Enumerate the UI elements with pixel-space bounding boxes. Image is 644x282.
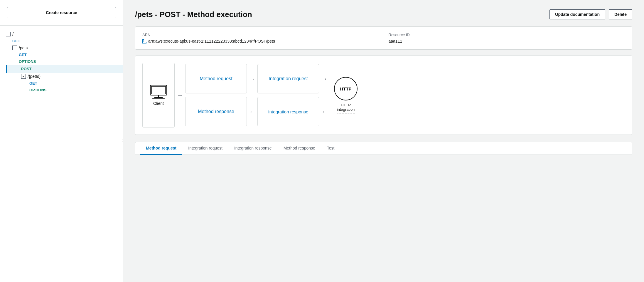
tree-root-label: /	[12, 31, 14, 36]
svg-rect-4	[153, 98, 164, 99]
flow-left-col: Method request Method response	[185, 64, 247, 126]
arrow-method-request-to-integration-request: →	[247, 64, 257, 93]
tree-item-pets-options[interactable]: OPTIONS	[6, 58, 123, 65]
tree-petid-label: /{petId}	[28, 74, 41, 79]
sidebar: Create resource − / GET − /pets GET OPTI…	[0, 0, 123, 282]
sidebar-divider	[0, 25, 123, 26]
tree-item-pets[interactable]: − /pets	[6, 44, 123, 51]
page-header: /pets - POST - Method execution Update d…	[135, 9, 632, 19]
header-buttons: Update documentation Delete	[549, 9, 632, 19]
copy-arn-icon[interactable]	[142, 39, 146, 43]
flow-http-box: HTTP HTTP integration	[330, 63, 362, 127]
arn-value: arn:aws:execute-api:us-east-1:1111222233…	[142, 39, 379, 43]
arrow-http-to-integration-response: ←	[319, 97, 330, 126]
arrows-mid-right: → ←	[319, 64, 330, 126]
resource-tree: − / GET − /pets GET OPTIONS POST − /{pet…	[0, 30, 123, 282]
flow-diagram: Client → Method request Method response …	[142, 63, 625, 127]
flow-method-request-box[interactable]: Method request	[185, 64, 247, 93]
arrows-mid-left: → ←	[247, 64, 257, 126]
integration-response-link[interactable]: Integration response	[268, 109, 308, 114]
arn-text: arn:aws:execute-api:us-east-1:1111222233…	[148, 39, 275, 43]
http-label: HTTP	[340, 86, 351, 91]
toggle-root[interactable]: −	[6, 32, 11, 36]
arn-section: ARN arn:aws:execute-api:us-east-1:111122…	[142, 33, 379, 43]
arrow-client-to-method-request: →	[175, 92, 185, 99]
method-response-link[interactable]: Method response	[198, 109, 234, 114]
page-title: /pets - POST - Method execution	[135, 10, 252, 19]
flow-method-response-box[interactable]: Method response	[185, 97, 247, 126]
tree-pets-label: /pets	[19, 46, 28, 50]
arrow-integration-response-to-method-response: ←	[247, 97, 257, 126]
delete-button[interactable]: Delete	[609, 9, 632, 19]
method-request-link[interactable]: Method request	[200, 76, 232, 81]
http-integration-label: HTTP integration	[334, 103, 357, 112]
integration-request-link[interactable]: Integration request	[269, 76, 308, 81]
main-content: /pets - POST - Method execution Update d…	[123, 0, 644, 282]
resize-handle[interactable]	[121, 0, 123, 282]
resource-id-label: Resource ID	[389, 33, 625, 37]
resource-id-section: Resource ID aaa111	[379, 33, 625, 43]
tree-item-petid-options[interactable]: OPTIONS	[6, 87, 123, 93]
flow-integration-request-box[interactable]: Integration request	[257, 64, 319, 93]
tabs-container: Method request Integration request Integ…	[135, 142, 632, 155]
info-card: ARN arn:aws:execute-api:us-east-1:111122…	[135, 26, 632, 50]
flow-client-box: Client	[142, 63, 175, 127]
resource-id-value: aaa111	[389, 39, 625, 43]
flow-card: Client → Method request Method response …	[135, 56, 632, 135]
tree-item-petid[interactable]: − /{petId}	[6, 73, 123, 80]
tab-integration-response[interactable]: Integration response	[228, 142, 278, 155]
create-resource-button[interactable]: Create resource	[7, 7, 116, 18]
tab-method-response[interactable]: Method response	[278, 142, 321, 155]
flow-right-col: Integration request Integration response	[257, 64, 319, 126]
tree-item-root[interactable]: − /	[6, 30, 123, 38]
svg-rect-0	[150, 85, 167, 95]
tree-item-petid-get[interactable]: GET	[6, 80, 123, 87]
arn-label: ARN	[142, 33, 379, 37]
update-documentation-button[interactable]: Update documentation	[549, 9, 605, 19]
tab-integration-request[interactable]: Integration request	[182, 142, 228, 155]
svg-rect-1	[151, 86, 166, 94]
toggle-petid[interactable]: −	[21, 74, 26, 79]
tabs-nav: Method request Integration request Integ…	[135, 142, 632, 155]
tree-item-pets-get[interactable]: GET	[6, 51, 123, 58]
client-icon	[149, 85, 168, 99]
arrow-integration-request-to-http: →	[319, 64, 330, 93]
http-circle: HTTP	[334, 77, 358, 100]
toggle-pets[interactable]: −	[12, 46, 17, 50]
tab-method-request[interactable]: Method request	[140, 142, 182, 155]
tab-test[interactable]: Test	[321, 142, 340, 155]
http-dashed-line	[337, 113, 355, 113]
tree-item-pets-post[interactable]: POST	[6, 65, 123, 73]
flow-integration-response-box[interactable]: Integration response	[257, 97, 319, 126]
client-label: Client	[153, 101, 164, 106]
tree-item-root-get[interactable]: GET	[6, 38, 123, 44]
